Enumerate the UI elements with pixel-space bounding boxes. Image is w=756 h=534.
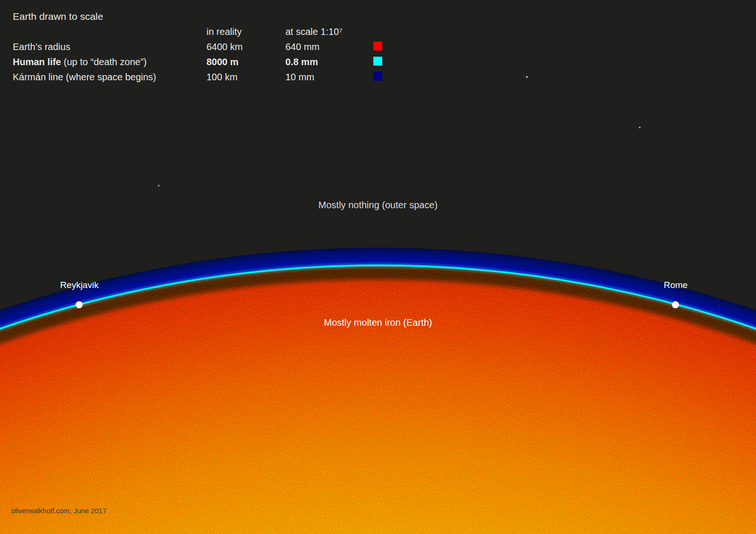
row-label-text: (up to “death zone”) <box>61 57 146 67</box>
value-at-scale: 10 mm <box>285 72 314 83</box>
value-at-scale: 640 mm <box>285 42 319 52</box>
page-title: Earth drawn to scale <box>13 11 103 22</box>
human-life-swatch <box>373 57 382 66</box>
star-icon <box>639 127 640 128</box>
value-at-scale: 0.8 mm <box>285 57 318 68</box>
row-label-text: Earth’s radius <box>13 42 70 52</box>
value-in-reality: 100 km <box>206 72 238 83</box>
value-in-reality: 8000 m <box>206 57 239 68</box>
credit-text: oliverwalkhoff.com, June 2017 <box>11 507 107 515</box>
city-dot-rome <box>672 301 679 308</box>
column-header-reality: in reality <box>206 26 241 37</box>
city-label-reykjavik: Reykjavik <box>32 280 127 290</box>
karman-line-swatch <box>373 72 382 81</box>
row-label-text: Kármán line (where space begins) <box>13 72 156 82</box>
column-header-scale: at scale 1:10⁷ <box>285 26 343 37</box>
city-label-rome: Rome <box>628 280 723 290</box>
value-in-reality: 6400 km <box>206 42 243 52</box>
outer-space-label: Mostly nothing (outer space) <box>0 200 756 211</box>
row-label: Human life (up to “death zone”) <box>13 57 146 68</box>
city-dot-reykjavik <box>76 301 83 308</box>
infographic-canvas: Earth drawn to scale in reality at scale… <box>0 0 756 534</box>
row-label: Earth’s radius <box>13 42 70 52</box>
earth-radius-swatch <box>373 42 382 51</box>
molten-iron-label: Mostly molten iron (Earth) <box>0 317 756 328</box>
row-label-bold: Human life <box>13 57 61 67</box>
row-label: Kármán line (where space begins) <box>13 72 156 83</box>
star-icon <box>158 185 160 186</box>
